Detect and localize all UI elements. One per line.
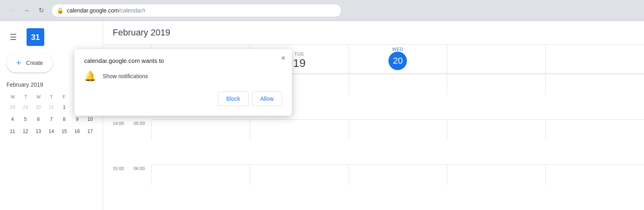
- mini-cal-day[interactable]: 7: [45, 114, 57, 125]
- popup-title: calendar.google.com wants to: [84, 57, 282, 64]
- calendar-month-title: February 2019: [113, 27, 170, 38]
- sidebar-header: ☰ 31: [0, 24, 103, 50]
- time-cell: [349, 119, 447, 140]
- mini-cal-day[interactable]: 28: [7, 102, 18, 113]
- mini-cal-title: February 2019: [6, 81, 43, 88]
- tz-time-label-0500: 05:00: [127, 119, 151, 165]
- time-cell: [545, 74, 644, 95]
- mini-cal-day[interactable]: 11: [7, 126, 18, 137]
- tz-time-label-0600: 06:00: [127, 164, 151, 210]
- plus-icon: +: [16, 58, 21, 67]
- address-bar[interactable]: 🔒 calendar.google.com/calendar/r: [52, 4, 341, 17]
- time-cell: [349, 74, 447, 95]
- calendar-logo-number: 31: [31, 33, 40, 42]
- time-cell: [250, 164, 349, 185]
- create-label: Create: [26, 60, 43, 66]
- time-cell: [545, 119, 644, 140]
- lock-icon: 🔒: [57, 7, 64, 14]
- back-button[interactable]: ←: [6, 5, 18, 16]
- mini-cal-day[interactable]: 1: [59, 102, 70, 113]
- forward-button[interactable]: →: [21, 5, 32, 16]
- page-content: ☰ 31 + Create February 2019 ‹ › M: [0, 21, 644, 210]
- popup-close-button[interactable]: ×: [281, 54, 285, 62]
- browser-chrome: ← → ↻ 🔒 calendar.google.com/calendar/r: [0, 0, 644, 21]
- mini-cal-day[interactable]: 12: [20, 126, 31, 137]
- time-cell: [250, 119, 349, 140]
- time-cell: [545, 164, 644, 185]
- time-cell: [447, 119, 545, 140]
- time-cell: [349, 164, 447, 185]
- calendar-logo: 31: [27, 28, 44, 46]
- create-button[interactable]: + Create: [6, 53, 53, 73]
- mini-cal-day[interactable]: 6: [33, 114, 44, 125]
- time-cell: [151, 164, 250, 185]
- url-path: /calendar/r: [119, 7, 145, 14]
- url-text: calendar.google.com/calendar/r: [67, 7, 145, 14]
- popup-actions: Block Allow: [84, 91, 282, 106]
- mini-cal-day[interactable]: 8: [59, 114, 70, 125]
- mini-cal-day[interactable]: 5: [20, 114, 31, 125]
- mini-cal-day[interactable]: 13: [33, 126, 44, 137]
- nav-buttons: ← → ↻: [6, 5, 47, 16]
- week-day-fri: FRI 22: [545, 45, 644, 73]
- cal-header: February 2019: [103, 21, 644, 45]
- bell-icon: 🔔: [84, 71, 96, 82]
- mini-cal-day[interactable]: 14: [45, 126, 57, 137]
- time-label-1500: 15:00: [103, 164, 127, 210]
- url-base: calendar.google.com: [67, 7, 119, 14]
- popup-notification-text: Show notifications: [103, 73, 148, 79]
- time-cell: [151, 119, 250, 140]
- popup-notification-row: 🔔 Show notifications: [84, 71, 282, 82]
- allow-button[interactable]: Allow: [252, 91, 282, 106]
- mini-cal-day[interactable]: 17: [85, 126, 96, 137]
- mini-cal-day[interactable]: 16: [72, 126, 83, 137]
- mini-cal-day[interactable]: 4: [7, 114, 18, 125]
- time-cell: [447, 74, 545, 95]
- block-button[interactable]: Block: [218, 91, 248, 106]
- time-cell: [447, 164, 545, 185]
- week-day-wed: WED 20: [349, 45, 447, 73]
- reload-button[interactable]: ↻: [35, 5, 47, 16]
- mini-cal-day[interactable]: 29: [20, 102, 31, 113]
- hamburger-icon[interactable]: ☰: [6, 29, 20, 45]
- mini-cal-day[interactable]: 30: [33, 102, 44, 113]
- mini-cal-day[interactable]: 15: [59, 126, 70, 137]
- notification-popup: × calendar.google.com wants to 🔔 Show no…: [74, 49, 292, 116]
- week-day-thu: THU 21: [447, 45, 545, 73]
- time-label-1400: 14:00: [103, 119, 127, 165]
- mini-cal-day[interactable]: 31: [45, 102, 57, 113]
